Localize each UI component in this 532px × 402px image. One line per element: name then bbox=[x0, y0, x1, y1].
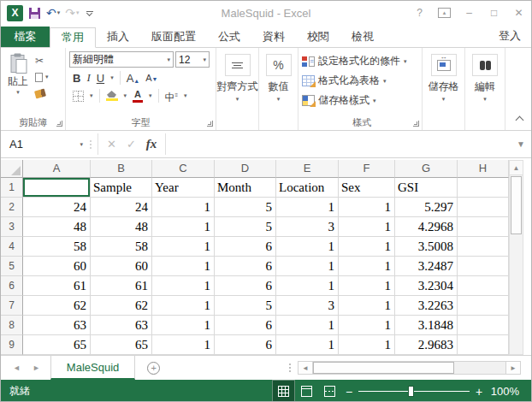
normal-view-button[interactable] bbox=[272, 380, 295, 402]
column-header-C[interactable]: C bbox=[152, 160, 215, 178]
cell-A7[interactable]: 62 bbox=[23, 296, 91, 316]
cell-B4[interactable]: 58 bbox=[91, 237, 152, 257]
ribbon-display-options-button[interactable]: ▴ bbox=[432, 1, 457, 25]
zoom-in-button[interactable]: + bbox=[471, 385, 487, 399]
cell-D8[interactable]: 6 bbox=[215, 316, 276, 335]
underline-button[interactable]: U bbox=[97, 72, 104, 85]
cell-D1[interactable]: Month bbox=[215, 178, 276, 198]
column-header-D[interactable]: D bbox=[215, 160, 276, 178]
cancel-icon[interactable]: ✕ bbox=[107, 138, 116, 151]
minimize-button[interactable]: – bbox=[457, 1, 482, 25]
alignment-group-button[interactable]: 對齊方式 ▾ bbox=[216, 48, 259, 130]
cell-G3[interactable]: 4.2968 bbox=[395, 217, 458, 237]
cell-D4[interactable]: 6 bbox=[215, 237, 276, 257]
cell-A4[interactable]: 58 bbox=[23, 237, 91, 257]
help-button[interactable]: ? bbox=[407, 1, 432, 25]
previous-sheet-icon[interactable]: ◄ bbox=[13, 364, 21, 372]
horizontal-scroll-track[interactable] bbox=[313, 361, 505, 375]
column-header-H[interactable]: H bbox=[458, 160, 509, 178]
sign-in-link[interactable]: 登入 bbox=[499, 25, 531, 49]
cell-E1[interactable]: Location bbox=[276, 178, 339, 198]
bold-button[interactable]: B bbox=[73, 72, 80, 85]
copy-button[interactable]: ▾ bbox=[35, 70, 49, 84]
cell-H5[interactable] bbox=[458, 257, 509, 276]
cell-B3[interactable]: 48 bbox=[91, 217, 152, 237]
cell-F9[interactable]: 1 bbox=[339, 335, 395, 355]
page-break-view-button[interactable] bbox=[318, 380, 341, 402]
row-header-7[interactable]: 7 bbox=[1, 296, 23, 316]
increase-font-button[interactable]: A▲ bbox=[127, 72, 140, 85]
phonetic-guide-icon[interactable]: 中≡ bbox=[165, 90, 179, 103]
cell-A1[interactable] bbox=[23, 178, 91, 198]
row-header-5[interactable]: 5 bbox=[1, 257, 23, 276]
insert-function-icon[interactable]: fx bbox=[146, 137, 157, 151]
conditional-formatting-button[interactable]: = 設定格式化的條件▾ bbox=[302, 51, 422, 71]
cell-G8[interactable]: 3.1848 bbox=[395, 316, 458, 335]
cell-B5[interactable]: 60 bbox=[91, 257, 152, 276]
editing-group-button[interactable]: 編輯 ▾ bbox=[465, 48, 505, 130]
cell-F5[interactable]: 1 bbox=[339, 257, 395, 276]
row-header-8[interactable]: 8 bbox=[1, 316, 23, 335]
enter-icon[interactable]: ✓ bbox=[127, 138, 136, 151]
row-header-3[interactable]: 3 bbox=[1, 217, 23, 237]
decrease-font-button[interactable]: A▼ bbox=[145, 73, 157, 83]
cell-F8[interactable]: 1 bbox=[339, 316, 395, 335]
horizontal-scroll-thumb[interactable] bbox=[313, 362, 454, 374]
cell-E8[interactable]: 1 bbox=[276, 316, 339, 335]
cell-E9[interactable]: 1 bbox=[276, 335, 339, 355]
cell-H9[interactable] bbox=[458, 335, 509, 355]
tab-6[interactable]: 校閱 bbox=[296, 27, 340, 47]
cell-F3[interactable]: 1 bbox=[339, 217, 395, 237]
close-button[interactable]: ✕ bbox=[506, 1, 531, 25]
cell-E4[interactable]: 1 bbox=[276, 237, 339, 257]
cell-C4[interactable]: 1 bbox=[152, 237, 215, 257]
scrollbar-resize-grip[interactable] bbox=[289, 364, 291, 372]
zoom-out-button[interactable]: − bbox=[341, 385, 357, 399]
save-icon[interactable] bbox=[28, 7, 41, 20]
cell-F4[interactable]: 1 bbox=[339, 237, 395, 257]
cell-G4[interactable]: 3.5008 bbox=[395, 237, 458, 257]
cell-E7[interactable]: 3 bbox=[276, 296, 339, 316]
next-sheet-icon[interactable]: ► bbox=[33, 364, 40, 372]
styles-dialog-launcher-icon[interactable] bbox=[413, 121, 419, 127]
cell-A5[interactable]: 60 bbox=[23, 257, 91, 276]
cell-H7[interactable] bbox=[458, 296, 509, 316]
cell-G6[interactable]: 3.2304 bbox=[395, 276, 458, 296]
cell-C6[interactable]: 1 bbox=[152, 276, 215, 296]
cell-F7[interactable]: 1 bbox=[339, 296, 395, 316]
cell-H8[interactable] bbox=[458, 316, 509, 335]
tab-3[interactable]: 版面配置 bbox=[140, 27, 207, 47]
cell-E5[interactable]: 1 bbox=[276, 257, 339, 276]
scroll-left-icon[interactable]: ◄ bbox=[298, 361, 313, 375]
row-header-1[interactable]: 1 bbox=[1, 178, 23, 198]
font-color-dropdown-arrow[interactable]: ▾ bbox=[149, 92, 152, 99]
expand-formula-bar-icon[interactable]: ▼ bbox=[511, 133, 531, 155]
cell-styles-button[interactable]: 儲存格樣式▾ bbox=[302, 91, 422, 110]
cell-D6[interactable]: 6 bbox=[215, 276, 276, 296]
format-as-table-button[interactable]: 格式化為表格▾ bbox=[302, 71, 422, 91]
cell-B6[interactable]: 61 bbox=[91, 276, 152, 296]
cell-C3[interactable]: 1 bbox=[152, 217, 215, 237]
fill-color-dropdown-arrow[interactable]: ▾ bbox=[124, 92, 127, 99]
cell-D2[interactable]: 5 bbox=[215, 198, 276, 217]
sheet-tab-malesquid[interactable]: MaleSquid bbox=[50, 356, 135, 380]
cell-B8[interactable]: 63 bbox=[91, 316, 152, 335]
cell-D7[interactable]: 5 bbox=[215, 296, 276, 316]
cell-D9[interactable]: 6 bbox=[215, 335, 276, 355]
borders-dropdown-arrow[interactable]: ▾ bbox=[90, 92, 93, 99]
tab-file[interactable]: 檔案 bbox=[1, 27, 50, 47]
column-header-A[interactable]: A bbox=[23, 160, 91, 178]
page-layout-view-button[interactable] bbox=[295, 380, 318, 402]
underline-dropdown-arrow[interactable]: ▾ bbox=[110, 74, 114, 81]
cell-G2[interactable]: 5.297 bbox=[395, 198, 458, 217]
fill-color-icon[interactable] bbox=[106, 91, 118, 101]
formula-bar-splitter[interactable] bbox=[89, 133, 92, 155]
tab-5[interactable]: 資料 bbox=[251, 27, 296, 47]
number-group-button[interactable]: % 數值 ▾ bbox=[259, 48, 299, 130]
font-dialog-launcher-icon[interactable] bbox=[207, 121, 213, 127]
cell-A3[interactable]: 48 bbox=[23, 217, 91, 237]
collapse-ribbon-icon[interactable] bbox=[516, 116, 524, 125]
tab-7[interactable]: 檢視 bbox=[340, 27, 385, 47]
cell-B9[interactable]: 65 bbox=[91, 335, 152, 355]
horizontal-scrollbar[interactable]: ◄ ► bbox=[289, 356, 531, 380]
